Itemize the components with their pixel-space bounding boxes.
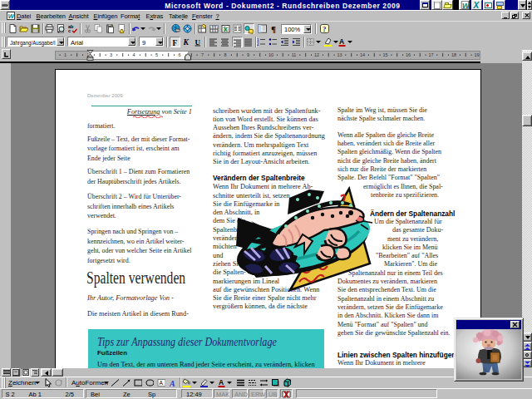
svg-text:16: 16 bbox=[406, 52, 411, 57]
svg-text:A: A bbox=[219, 378, 224, 387]
svg-text:8: 8 bbox=[224, 52, 226, 57]
svg-text:11: 11 bbox=[292, 52, 297, 57]
svg-text:A: A bbox=[339, 37, 344, 46]
svg-text:A: A bbox=[169, 378, 175, 387]
svg-text:7: 7 bbox=[201, 52, 204, 57]
svg-text:14: 14 bbox=[360, 52, 365, 57]
svg-text:3: 3 bbox=[110, 52, 112, 57]
svg-text:13: 13 bbox=[337, 52, 342, 57]
svg-text:c: c bbox=[68, 28, 71, 33]
svg-text:A: A bbox=[160, 380, 164, 386]
svg-text:15: 15 bbox=[382, 52, 387, 57]
svg-text:2: 2 bbox=[257, 42, 259, 47]
svg-text:F: F bbox=[173, 39, 178, 47]
svg-text:U: U bbox=[195, 37, 201, 46]
svg-text:18: 18 bbox=[451, 52, 456, 57]
svg-text:17: 17 bbox=[428, 52, 433, 57]
svg-text:12: 12 bbox=[314, 52, 319, 57]
svg-text:10: 10 bbox=[268, 52, 273, 57]
svg-text:9: 9 bbox=[247, 52, 249, 57]
svg-text:?: ? bbox=[323, 24, 327, 32]
svg-text:1: 1 bbox=[64, 52, 66, 57]
svg-text:1: 1 bbox=[257, 37, 259, 42]
svg-text:5: 5 bbox=[155, 52, 158, 57]
svg-text:6: 6 bbox=[178, 52, 180, 57]
svg-text:K: K bbox=[183, 38, 190, 47]
svg-text:¶: ¶ bbox=[271, 24, 276, 33]
svg-text:4: 4 bbox=[132, 52, 135, 57]
svg-text:19: 19 bbox=[474, 52, 479, 57]
svg-text:X: X bbox=[224, 27, 228, 32]
